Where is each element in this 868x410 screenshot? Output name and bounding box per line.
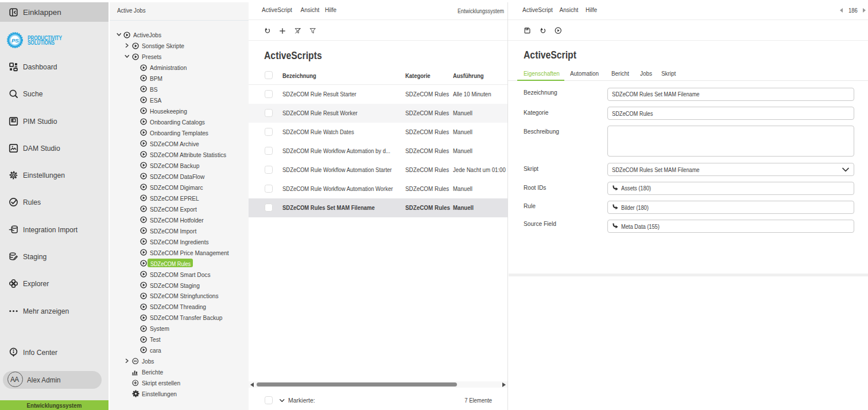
svg-text:PS: PS <box>11 37 19 44</box>
